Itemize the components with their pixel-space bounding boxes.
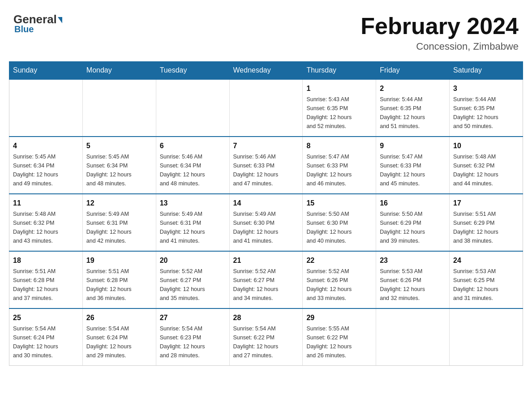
calendar-cell: 11Sunrise: 5:48 AMSunset: 6:32 PMDayligh… (9, 194, 83, 251)
calendar-table: SundayMondayTuesdayWednesdayThursdayFrid… (9, 61, 523, 366)
month-year-title: February 2024 (360, 13, 519, 39)
calendar-cell (450, 308, 523, 366)
title-block: February 2024 Concession, Zimbabwe (360, 13, 519, 52)
day-info: Sunrise: 5:44 AMSunset: 6:35 PMDaylight:… (453, 95, 519, 131)
calendar-cell: 2Sunrise: 5:44 AMSunset: 6:35 PMDaylight… (376, 79, 450, 137)
logo-triangle-icon (58, 17, 62, 23)
weekday-header-row: SundayMondayTuesdayWednesdayThursdayFrid… (9, 62, 523, 80)
day-info: Sunrise: 5:53 AMSunset: 6:26 PMDaylight:… (380, 267, 446, 303)
day-info: Sunrise: 5:44 AMSunset: 6:35 PMDaylight:… (380, 95, 446, 131)
day-info: Sunrise: 5:50 AMSunset: 6:30 PMDaylight:… (306, 210, 372, 245)
calendar-cell: 27Sunrise: 5:54 AMSunset: 6:23 PMDayligh… (156, 308, 229, 366)
day-number: 18 (13, 255, 79, 266)
day-info: Sunrise: 5:45 AMSunset: 6:34 PMDaylight:… (86, 152, 152, 188)
calendar-cell: 14Sunrise: 5:49 AMSunset: 6:30 PMDayligh… (229, 194, 303, 251)
day-number: 15 (306, 198, 372, 209)
day-info: Sunrise: 5:52 AMSunset: 6:26 PMDaylight:… (306, 267, 372, 303)
day-number: 14 (233, 198, 299, 209)
day-info: Sunrise: 5:54 AMSunset: 6:23 PMDaylight:… (160, 324, 226, 360)
calendar-cell: 22Sunrise: 5:52 AMSunset: 6:26 PMDayligh… (303, 251, 376, 308)
day-number: 7 (233, 141, 299, 151)
calendar-cell: 7Sunrise: 5:46 AMSunset: 6:33 PMDaylight… (229, 137, 303, 194)
day-info: Sunrise: 5:49 AMSunset: 6:30 PMDaylight:… (233, 210, 299, 245)
weekday-header-wednesday: Wednesday (229, 62, 303, 80)
day-info: Sunrise: 5:47 AMSunset: 6:33 PMDaylight:… (306, 152, 372, 188)
day-info: Sunrise: 5:43 AMSunset: 6:35 PMDaylight:… (306, 95, 372, 131)
day-number: 8 (306, 141, 372, 151)
calendar-cell: 18Sunrise: 5:51 AMSunset: 6:28 PMDayligh… (9, 251, 83, 308)
day-number: 9 (380, 141, 446, 151)
day-info: Sunrise: 5:54 AMSunset: 6:22 PMDaylight:… (233, 324, 299, 360)
day-info: Sunrise: 5:46 AMSunset: 6:34 PMDaylight:… (160, 152, 226, 188)
day-info: Sunrise: 5:45 AMSunset: 6:34 PMDaylight:… (13, 152, 79, 188)
calendar-cell (156, 79, 229, 137)
day-number: 29 (306, 313, 372, 323)
day-number: 28 (233, 313, 299, 323)
calendar-cell: 19Sunrise: 5:51 AMSunset: 6:28 PMDayligh… (82, 251, 156, 308)
day-number: 25 (13, 313, 79, 323)
week-row-5: 25Sunrise: 5:54 AMSunset: 6:24 PMDayligh… (9, 308, 523, 366)
week-row-1: 1Sunrise: 5:43 AMSunset: 6:35 PMDaylight… (9, 79, 523, 137)
calendar-cell: 3Sunrise: 5:44 AMSunset: 6:35 PMDaylight… (450, 79, 523, 137)
day-info: Sunrise: 5:55 AMSunset: 6:22 PMDaylight:… (306, 324, 372, 360)
day-info: Sunrise: 5:47 AMSunset: 6:33 PMDaylight:… (380, 152, 446, 188)
day-info: Sunrise: 5:54 AMSunset: 6:24 PMDaylight:… (86, 324, 152, 360)
logo-blue-text: Blue (13, 24, 34, 34)
calendar-cell: 5Sunrise: 5:45 AMSunset: 6:34 PMDaylight… (82, 137, 156, 194)
day-number: 26 (86, 313, 152, 323)
day-info: Sunrise: 5:51 AMSunset: 6:29 PMDaylight:… (453, 210, 519, 245)
page-header: General Blue February 2024 Concession, Z… (9, 9, 523, 52)
day-info: Sunrise: 5:49 AMSunset: 6:31 PMDaylight:… (86, 210, 152, 245)
day-info: Sunrise: 5:54 AMSunset: 6:24 PMDaylight:… (13, 324, 79, 360)
calendar-cell (376, 308, 450, 366)
calendar-cell: 15Sunrise: 5:50 AMSunset: 6:30 PMDayligh… (303, 194, 376, 251)
logo-general-text: General (13, 13, 62, 25)
weekday-header-thursday: Thursday (303, 62, 376, 80)
calendar-cell: 13Sunrise: 5:49 AMSunset: 6:31 PMDayligh… (156, 194, 229, 251)
weekday-header-monday: Monday (82, 62, 156, 80)
day-number: 12 (86, 198, 152, 209)
calendar-cell (9, 79, 83, 137)
calendar-cell: 10Sunrise: 5:48 AMSunset: 6:32 PMDayligh… (450, 137, 523, 194)
weekday-header-tuesday: Tuesday (156, 62, 229, 80)
day-number: 3 (453, 83, 519, 94)
day-info: Sunrise: 5:52 AMSunset: 6:27 PMDaylight:… (160, 267, 226, 303)
calendar-cell: 9Sunrise: 5:47 AMSunset: 6:33 PMDaylight… (376, 137, 450, 194)
day-number: 2 (380, 83, 446, 94)
day-info: Sunrise: 5:49 AMSunset: 6:31 PMDaylight:… (160, 210, 226, 245)
day-info: Sunrise: 5:52 AMSunset: 6:27 PMDaylight:… (233, 267, 299, 303)
day-number: 17 (453, 198, 519, 209)
week-row-3: 11Sunrise: 5:48 AMSunset: 6:32 PMDayligh… (9, 194, 523, 251)
day-info: Sunrise: 5:48 AMSunset: 6:32 PMDaylight:… (13, 210, 79, 245)
day-number: 23 (380, 255, 446, 266)
day-info: Sunrise: 5:51 AMSunset: 6:28 PMDaylight:… (86, 267, 152, 303)
day-number: 22 (306, 255, 372, 266)
day-number: 5 (86, 141, 152, 151)
week-row-4: 18Sunrise: 5:51 AMSunset: 6:28 PMDayligh… (9, 251, 523, 308)
day-info: Sunrise: 5:51 AMSunset: 6:28 PMDaylight:… (13, 267, 79, 303)
calendar-cell: 20Sunrise: 5:52 AMSunset: 6:27 PMDayligh… (156, 251, 229, 308)
day-number: 11 (13, 198, 79, 209)
calendar-cell: 1Sunrise: 5:43 AMSunset: 6:35 PMDaylight… (303, 79, 376, 137)
calendar-cell: 6Sunrise: 5:46 AMSunset: 6:34 PMDaylight… (156, 137, 229, 194)
calendar-cell: 29Sunrise: 5:55 AMSunset: 6:22 PMDayligh… (303, 308, 376, 366)
day-number: 20 (160, 255, 226, 266)
day-number: 6 (160, 141, 226, 151)
day-info: Sunrise: 5:50 AMSunset: 6:29 PMDaylight:… (380, 210, 446, 245)
day-number: 24 (453, 255, 519, 266)
day-number: 21 (233, 255, 299, 266)
day-number: 16 (380, 198, 446, 209)
week-row-2: 4Sunrise: 5:45 AMSunset: 6:34 PMDaylight… (9, 137, 523, 194)
calendar-cell: 25Sunrise: 5:54 AMSunset: 6:24 PMDayligh… (9, 308, 83, 366)
day-number: 10 (453, 141, 519, 151)
weekday-header-saturday: Saturday (450, 62, 523, 80)
day-info: Sunrise: 5:48 AMSunset: 6:32 PMDaylight:… (453, 152, 519, 188)
calendar-cell (229, 79, 303, 137)
day-number: 19 (86, 255, 152, 266)
calendar-cell: 23Sunrise: 5:53 AMSunset: 6:26 PMDayligh… (376, 251, 450, 308)
weekday-header-sunday: Sunday (9, 62, 83, 80)
day-number: 1 (306, 83, 372, 94)
day-info: Sunrise: 5:46 AMSunset: 6:33 PMDaylight:… (233, 152, 299, 188)
calendar-cell (82, 79, 156, 137)
calendar-cell: 26Sunrise: 5:54 AMSunset: 6:24 PMDayligh… (82, 308, 156, 366)
